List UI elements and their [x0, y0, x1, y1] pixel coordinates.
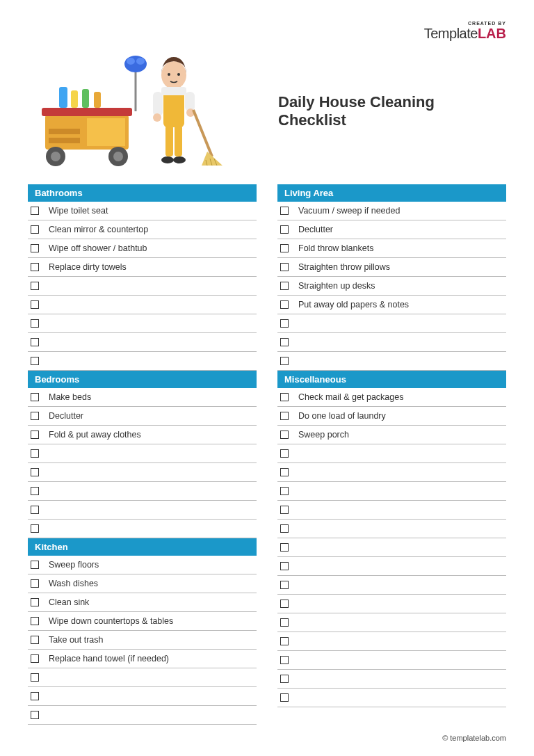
checklist-row: Straighten throw pillows: [277, 258, 506, 277]
checklist-item-text: Declutter: [49, 411, 83, 421]
checkbox-icon[interactable]: [280, 656, 289, 664]
checklist-row: [277, 314, 506, 333]
checklist-row: Put away old papers & notes: [277, 296, 506, 314]
checklist-row: [28, 333, 257, 352]
checkbox-icon[interactable]: [280, 225, 289, 234]
checkbox-icon[interactable]: [31, 524, 39, 533]
checkbox-icon[interactable]: [280, 693, 289, 702]
checkbox-icon[interactable]: [31, 207, 39, 215]
checkbox-icon[interactable]: [31, 617, 39, 625]
checkbox-icon[interactable]: [31, 598, 39, 606]
checkbox-icon[interactable]: [31, 338, 39, 346]
checkbox-icon[interactable]: [280, 431, 289, 439]
svg-rect-4: [42, 108, 132, 116]
checklist-item-text: Replace dirty towels: [49, 262, 127, 272]
section-header: Bedrooms: [28, 371, 257, 388]
checklist-item-text: Fold & put away clothes: [49, 430, 141, 440]
svg-point-16: [136, 58, 145, 65]
checkbox-icon[interactable]: [31, 579, 39, 588]
checklist-row: [277, 501, 506, 520]
checkbox-icon[interactable]: [31, 673, 39, 682]
checklist-item-text: Straighten up desks: [298, 281, 375, 291]
checkbox-icon[interactable]: [280, 543, 289, 552]
checklist-item-text: Fold throw blankets: [298, 243, 373, 253]
top-section: Daily House Cleaning Checklist: [28, 49, 506, 174]
checkbox-icon[interactable]: [280, 263, 289, 271]
svg-point-19: [177, 73, 180, 76]
checkbox-icon[interactable]: [31, 654, 39, 663]
svg-point-31: [173, 156, 186, 163]
checkbox-icon[interactable]: [280, 637, 289, 645]
checkbox-icon[interactable]: [31, 711, 39, 719]
checkbox-icon[interactable]: [31, 449, 39, 458]
created-by-label: CREATED BY: [28, 21, 506, 26]
checklist-row: [28, 463, 257, 482]
checkbox-icon[interactable]: [280, 393, 289, 401]
checklist-item-text: Vacuum / sweep if needed: [298, 206, 400, 216]
svg-rect-29: [175, 125, 182, 156]
column-left: BathroomsWipe toilet seatClean mirror & …: [28, 184, 257, 725]
checkbox-icon[interactable]: [31, 244, 39, 252]
checkbox-icon[interactable]: [280, 468, 289, 476]
checkbox-icon[interactable]: [280, 412, 289, 420]
checklist-row: Clean sink: [28, 593, 257, 612]
checkbox-icon[interactable]: [280, 282, 289, 290]
checklist-item-text: Wipe down countertops & tables: [49, 616, 173, 626]
checkbox-icon[interactable]: [31, 319, 39, 328]
checkbox-icon[interactable]: [31, 431, 39, 439]
checklist-row: [28, 444, 257, 463]
checkbox-icon[interactable]: [31, 393, 39, 401]
checklist-item-text: Put away old papers & notes: [298, 300, 409, 309]
checkbox-icon[interactable]: [31, 357, 39, 365]
checklist-row: [277, 482, 506, 501]
checklist-row: [28, 668, 257, 687]
checkbox-icon[interactable]: [280, 357, 289, 365]
checklist-row: Replace hand towel (if needed): [28, 650, 257, 668]
checkbox-icon[interactable]: [280, 675, 289, 683]
checklist-row: [277, 444, 506, 463]
checkbox-icon[interactable]: [31, 636, 39, 644]
checkbox-icon[interactable]: [280, 207, 289, 215]
checkbox-icon[interactable]: [280, 600, 289, 608]
checkbox-icon[interactable]: [280, 487, 289, 495]
checkbox-icon[interactable]: [31, 561, 39, 569]
checklist-row: Take out trash: [28, 631, 257, 650]
checkbox-icon[interactable]: [31, 282, 39, 290]
checkbox-icon[interactable]: [31, 412, 39, 420]
checkbox-icon[interactable]: [280, 618, 289, 627]
checkbox-icon[interactable]: [280, 506, 289, 514]
checklist-row: [277, 557, 506, 576]
checkbox-icon[interactable]: [31, 468, 39, 476]
checkbox-icon[interactable]: [31, 692, 39, 700]
checkbox-icon[interactable]: [280, 300, 289, 309]
checkbox-icon[interactable]: [31, 225, 39, 234]
checkbox-icon[interactable]: [31, 506, 39, 514]
checklist-row: Check mail & get packages: [277, 388, 506, 407]
checklist-row: [28, 296, 257, 314]
checkbox-icon[interactable]: [31, 300, 39, 309]
svg-rect-11: [82, 89, 89, 108]
svg-rect-9: [59, 87, 67, 108]
checklist-row: [28, 352, 257, 371]
checklist-item-text: Clean mirror & countertop: [49, 225, 148, 234]
svg-point-6: [51, 152, 60, 161]
checkbox-icon[interactable]: [280, 449, 289, 458]
checklist-row: [277, 538, 506, 557]
checklist-row: [277, 670, 506, 689]
checkbox-icon[interactable]: [280, 562, 289, 570]
logo: TemplateLAB: [28, 26, 506, 42]
checklist-row: Wipe off shower / bathtub: [28, 239, 257, 258]
checklist-row: Declutter: [28, 407, 257, 426]
svg-point-8: [113, 152, 123, 161]
checklist-row: [277, 613, 506, 632]
checkbox-icon[interactable]: [280, 319, 289, 328]
checkbox-icon[interactable]: [280, 581, 289, 589]
checkbox-icon[interactable]: [31, 263, 39, 271]
checkbox-icon[interactable]: [31, 487, 39, 495]
checkbox-icon[interactable]: [280, 244, 289, 252]
checklist-row: Do one load of laundry: [277, 407, 506, 426]
checklist-row: [277, 520, 506, 538]
checkbox-icon[interactable]: [280, 524, 289, 533]
checklist-row: Vacuum / sweep if needed: [277, 202, 506, 220]
checkbox-icon[interactable]: [280, 338, 289, 346]
